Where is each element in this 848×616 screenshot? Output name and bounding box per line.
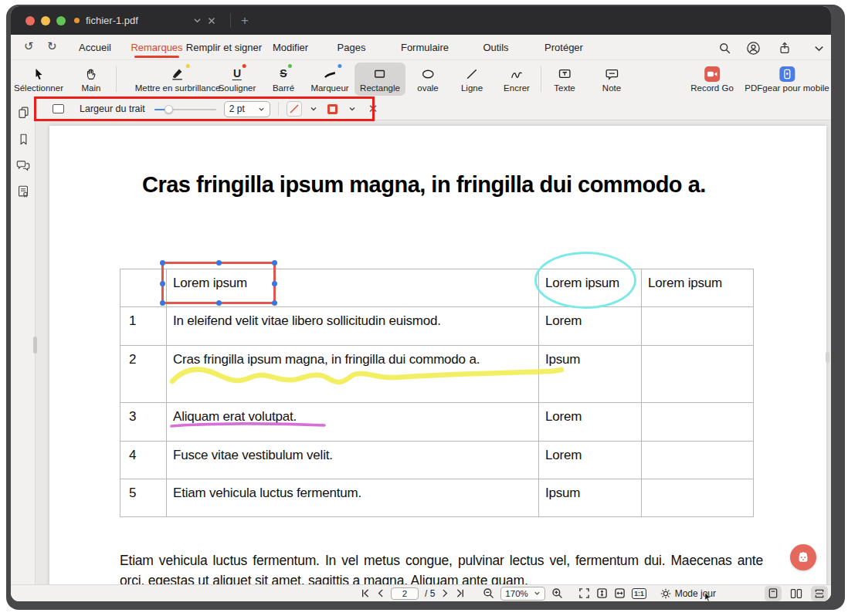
fill-color-chevron-icon[interactable] (348, 105, 356, 113)
comments-icon[interactable] (15, 157, 31, 173)
fit-screen-icon[interactable] (578, 587, 590, 599)
table-row: 5 Etiam vehicula luctus fermentum. Ipsum (120, 479, 754, 517)
title-bar: fichier-1.pdf + (11, 6, 831, 35)
table-header-row: Lorem ipsum Lorem ipsum Lorem ipsum (120, 269, 754, 307)
actual-size-button[interactable]: 1:1 (632, 588, 646, 599)
rectangle-preview-icon (53, 104, 64, 113)
tool-barre[interactable]: S Barré (267, 63, 300, 96)
minimize-window-button[interactable] (41, 16, 50, 25)
tool-record-go[interactable]: Record Go (685, 63, 739, 96)
tab-close-icon[interactable] (208, 17, 215, 25)
zoom-level-select[interactable]: 170% (500, 587, 545, 601)
menu-remarques[interactable]: Remarques (131, 42, 182, 53)
tool-main[interactable]: Main (76, 63, 107, 96)
signature-certificate-icon[interactable] (15, 184, 31, 199)
zoom-in-icon[interactable] (551, 587, 563, 599)
tool-marqueur[interactable]: Marqueur (305, 63, 354, 96)
sidebar-drag-handle[interactable] (33, 337, 37, 354)
single-page-view-icon[interactable] (765, 586, 782, 601)
fill-color-swatch[interactable] (325, 101, 341, 117)
new-tab-button[interactable]: + (236, 6, 254, 35)
slider-knob[interactable] (165, 105, 173, 113)
left-sidebar (11, 98, 36, 584)
tool-encrer[interactable]: Encrer (498, 63, 535, 96)
fit-width-icon[interactable] (614, 587, 626, 599)
ai-assistant-robot-button[interactable] (790, 544, 816, 570)
stroke-width-select[interactable]: 2 pt (224, 101, 270, 117)
mobile-phone-icon (779, 66, 795, 82)
line-icon (466, 66, 478, 82)
green-color-dot (288, 64, 292, 68)
table-row: 4 Fusce vitae vestibulum velit. Lorem (120, 442, 754, 479)
last-page-icon[interactable] (456, 588, 466, 598)
note-bubble-icon (604, 66, 619, 82)
cursor-arrow-icon (32, 66, 45, 82)
stroke-width-slider[interactable] (154, 105, 216, 113)
ink-scribble-icon (510, 66, 524, 82)
chevron-down-icon (258, 106, 265, 113)
menu-pages[interactable]: Pages (338, 42, 366, 53)
tool-surbrillance[interactable]: Mettre en surbrillance (130, 63, 226, 96)
tab-chevron-down-icon[interactable] (193, 16, 202, 25)
menu-modifier[interactable]: Modifier (273, 42, 308, 53)
menu-formulaire[interactable]: Formulaire (401, 42, 449, 53)
document-viewport[interactable]: Cras fringilla ipsum magna, in fringilla… (36, 120, 831, 584)
previous-page-icon[interactable] (376, 588, 385, 598)
fit-height-icon[interactable] (596, 587, 608, 599)
stroke-width-label: Largeur du trait (80, 103, 145, 114)
vertical-scrollbar[interactable] (825, 120, 830, 584)
two-page-view-icon[interactable] (788, 586, 805, 601)
sun-icon (660, 588, 671, 599)
page-number-input[interactable] (391, 587, 419, 600)
page-total-label: / 5 (425, 588, 435, 599)
props-separator (278, 102, 279, 116)
blue-color-dot (338, 64, 342, 68)
marker-icon (323, 66, 338, 82)
first-page-icon[interactable] (360, 588, 370, 598)
resize-handle[interactable] (216, 260, 222, 266)
search-icon[interactable] (717, 40, 732, 56)
document-heading: Cras fringilla ipsum magna, in fringilla… (116, 169, 782, 201)
zoom-window-button[interactable] (56, 16, 66, 25)
day-mode-toggle[interactable]: Mode jour (660, 588, 716, 599)
stroke-color-chevron-icon[interactable] (310, 105, 317, 113)
toolbar-separator (116, 66, 117, 92)
menu-proteger[interactable]: Protéger (544, 42, 583, 53)
status-bar: / 5 170% (11, 584, 831, 601)
undo-icon[interactable]: ↺ (24, 39, 34, 53)
tool-ovale[interactable]: ovale (412, 63, 444, 96)
menu-bar: ↺ ↻ Accueil Remarques Remplir et signer … (11, 35, 831, 60)
tool-ligne[interactable]: Ligne (456, 63, 488, 96)
table-row: 3 Aliquam erat volutpat. Lorem (120, 403, 754, 442)
yellow-color-dot (185, 64, 189, 68)
document-paragraph: Etiam vehicula luctus fermentum. In vel … (120, 551, 763, 584)
resize-handle[interactable] (160, 260, 165, 266)
continuous-scroll-view-icon[interactable] (811, 586, 828, 601)
close-properties-icon[interactable]: ✕ (368, 102, 378, 116)
rectangle-icon (372, 66, 387, 82)
support-avatar-icon[interactable] (745, 40, 761, 56)
tool-note[interactable]: Note (597, 63, 626, 96)
tool-bar: Sélectionner Main Mettre en surbrillance… (11, 60, 831, 98)
collapse-toolbar-chevron-icon[interactable] (811, 40, 826, 56)
next-page-icon[interactable] (441, 588, 449, 598)
strikethrough-icon: S (280, 66, 287, 82)
redo-icon[interactable]: ↻ (47, 39, 57, 53)
zoom-out-icon[interactable] (483, 587, 494, 599)
menu-accueil[interactable]: Accueil (79, 42, 111, 53)
page-thumbnails-icon[interactable] (15, 104, 31, 120)
resize-handle[interactable] (272, 260, 277, 266)
share-icon[interactable] (777, 40, 792, 56)
tool-souligner[interactable]: U Souligner (213, 63, 262, 96)
scrollbar-thumb[interactable] (826, 352, 829, 363)
menu-outils[interactable]: Outils (483, 42, 508, 53)
tool-selectionner[interactable]: Sélectionner (11, 63, 69, 96)
stroke-color-swatch[interactable] (287, 101, 302, 117)
tool-rectangle[interactable]: Rectangle (354, 63, 405, 96)
tool-pdfgear-mobile[interactable]: PDFgear pour mobile (739, 63, 831, 96)
red-color-dot (243, 64, 246, 68)
menu-remplir-et-signer[interactable]: Remplir et signer (186, 42, 262, 53)
tool-texte[interactable]: Texte (548, 63, 581, 96)
close-window-button[interactable] (25, 16, 35, 25)
bookmarks-icon[interactable] (15, 131, 31, 147)
